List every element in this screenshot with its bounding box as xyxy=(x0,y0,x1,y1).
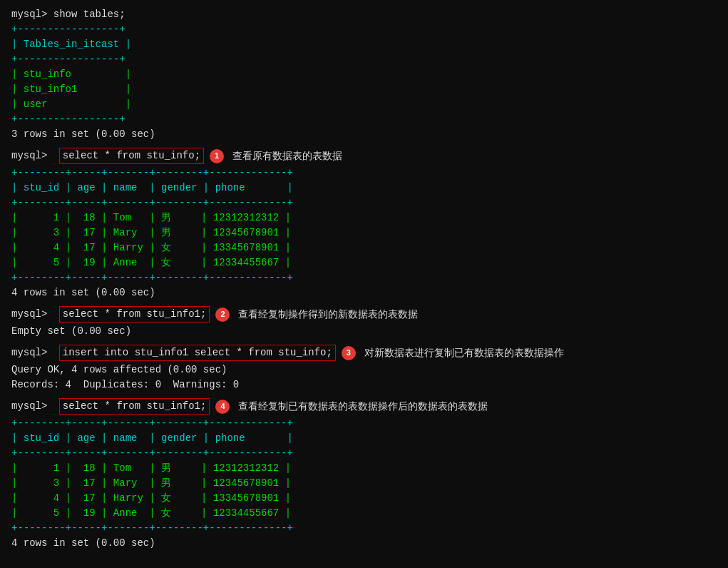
query-ok: Query OK, 4 rows affected (0.00 sec) xyxy=(11,362,717,377)
stu-row4: | 5 | 19 | Anne | 女 | 12334455667 | xyxy=(11,255,717,270)
cmd4-line: mysql> select * from stu_info1; 4 查看经复制已… xyxy=(11,398,717,415)
stu2-header: | stu_id | age | name | gender | phone | xyxy=(11,431,717,446)
records: Records: 4 Duplicates: 0 Warnings: 0 xyxy=(11,377,717,392)
empty-set: Empty set (0.00 sec) xyxy=(11,324,717,339)
annotation1: 查看原有数据表的表数据 xyxy=(232,148,342,163)
annotation3: 对新数据表进行复制已有数据表的表数据操作 xyxy=(364,345,564,360)
stu2-result: 4 rows in set (0.00 sec) xyxy=(11,536,717,551)
show-tables-cmd: mysql> show tables; xyxy=(11,7,717,22)
annotation2: 查看经复制操作得到的新数据表的表数据 xyxy=(238,307,418,322)
stu-row1: | 1 | 18 | Tom | 男 | 12312312312 | xyxy=(11,211,717,225)
prompt3: mysql> xyxy=(11,345,53,360)
tables-border-bot: +-----------------+ xyxy=(11,112,717,127)
stu-row3: | 4 | 17 | Harry | 女 | 13345678901 | xyxy=(11,240,717,255)
stu2-row1: | 1 | 18 | Tom | 男 | 12312312312 | xyxy=(11,461,717,476)
tables-border-mid: +-----------------+ xyxy=(11,52,717,67)
stu2-row4: | 5 | 19 | Anne | 女 | 12334455667 | xyxy=(11,506,717,521)
terminal-window: mysql> show tables; +-----------------+ … xyxy=(11,7,717,551)
tables-header: | Tables_in_itcast | xyxy=(11,37,717,52)
cmd2-line: mysql> select * from stu_info1; 2 查看经复制操… xyxy=(11,306,717,323)
stu-border-bot: +--------+-----+-------+--------+-------… xyxy=(11,270,717,285)
stu-border-top: +--------+-----+-------+--------+-------… xyxy=(11,166,717,181)
badge1: 1 xyxy=(210,149,224,163)
prompt1: mysql> xyxy=(11,148,53,163)
tables-row2: | stu_info1 | xyxy=(11,82,717,97)
stu2-border-bot: +--------+-----+-------+--------+-------… xyxy=(11,521,717,536)
cmd1-box: select * from stu_info; xyxy=(59,148,204,164)
stu2-row3: | 4 | 17 | Harry | 女 | 13345678901 | xyxy=(11,491,717,506)
prompt4: mysql> xyxy=(11,399,53,414)
tables-row1: | stu_info | xyxy=(11,67,717,82)
stu-border-mid: +--------+-----+-------+--------+-------… xyxy=(11,196,717,211)
cmd3-line: mysql> insert into stu_info1 select * fr… xyxy=(11,345,717,361)
tables-result: 3 rows in set (0.00 sec) xyxy=(11,127,717,142)
stu-result1: 4 rows in set (0.00 sec) xyxy=(11,285,717,300)
stu2-border-mid: +--------+-----+-------+--------+-------… xyxy=(11,446,717,461)
badge4: 4 xyxy=(215,400,230,414)
prompt2: mysql> xyxy=(11,307,53,322)
tables-border-top: +-----------------+ xyxy=(11,22,717,37)
cmd1-line: mysql> select * from stu_info; 1 查看原有数据表… xyxy=(11,148,717,164)
annotation4: 查看经复制已有数据表的表数据操作后的数据表的表数据 xyxy=(238,399,488,414)
stu-header: | stu_id | age | name | gender | phone | xyxy=(11,181,717,196)
stu-row2: | 3 | 17 | Mary | 男 | 12345678901 | xyxy=(11,225,717,240)
cmd4-box: select * from stu_info1; xyxy=(59,398,210,415)
stu2-row2: | 3 | 17 | Mary | 男 | 12345678901 | xyxy=(11,476,717,491)
badge3: 3 xyxy=(342,346,356,360)
cmd2-box: select * from stu_info1; xyxy=(59,306,210,323)
cmd3-box: insert into stu_info1 select * from stu_… xyxy=(59,345,336,361)
tables-row3: | user | xyxy=(11,97,717,112)
stu2-border-top: +--------+-----+-------+--------+-------… xyxy=(11,416,717,431)
badge2: 2 xyxy=(215,308,230,322)
